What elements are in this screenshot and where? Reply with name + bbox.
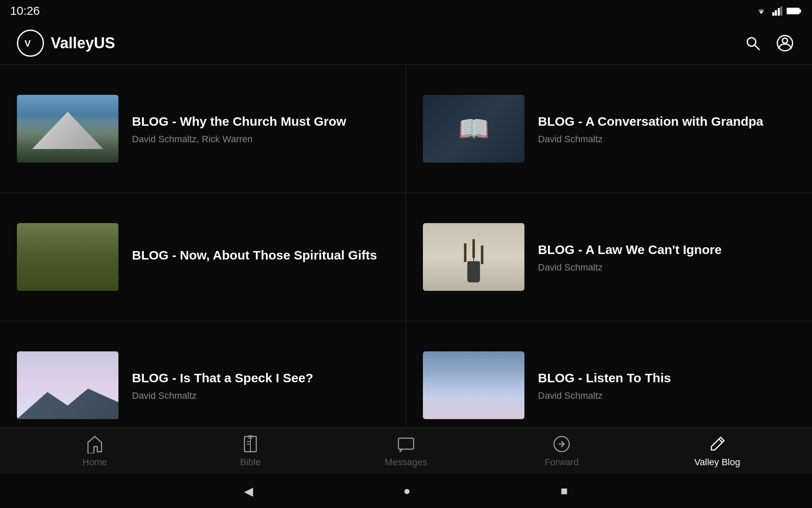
svg-line-8 (755, 45, 760, 50)
blog-info-1: BLOG - Why the Church Must Grow David Sc… (132, 113, 389, 145)
blog-thumbnail-4 (423, 223, 524, 291)
svg-rect-0 (772, 12, 774, 16)
header-actions (743, 33, 795, 53)
blog-info-2: BLOG - A Conversation with Grandpa David… (538, 113, 795, 145)
svg-rect-14 (398, 438, 414, 449)
account-button[interactable] (775, 33, 795, 53)
logo-icon: V (23, 36, 38, 51)
status-icons (754, 6, 802, 16)
blog-info-4: BLOG - A Law We Can't Ignore David Schma… (538, 241, 795, 273)
edit-icon (708, 435, 727, 453)
field-image (17, 223, 118, 291)
blog-info-3: BLOG - Now, About Those Spiritual Gifts (132, 247, 389, 268)
status-time: 10:26 (10, 4, 40, 18)
battery-icon (787, 7, 802, 15)
messages-icon (397, 435, 415, 453)
nav-forward[interactable]: Forward (536, 435, 587, 468)
wifi-icon (754, 6, 768, 16)
svg-line-16 (719, 439, 722, 442)
logo-area: V ValleyUS (17, 30, 115, 57)
app-title: ValleyUS (51, 34, 115, 52)
blog-card-3[interactable]: BLOG - Now, About Those Spiritual Gifts (0, 193, 406, 321)
forward-icon (552, 435, 571, 453)
blog-thumbnail-1 (17, 95, 118, 163)
blog-thumbnail-3 (17, 223, 118, 291)
svg-text:V: V (25, 38, 31, 49)
blog-title-3: BLOG - Now, About Those Spiritual Gifts (132, 247, 389, 263)
blog-thumbnail-5 (17, 351, 118, 419)
nav-messages-label: Messages (385, 457, 427, 468)
signal-icon (772, 6, 782, 16)
bible-image (423, 95, 524, 163)
bible-nav-icon (241, 435, 260, 453)
search-button[interactable] (743, 33, 763, 53)
account-icon (776, 35, 793, 52)
svg-rect-4 (787, 8, 799, 14)
content-grid: BLOG - Why the Church Must Grow David Sc… (0, 64, 812, 450)
blog-title-5: BLOG - Is That a Speck I See? (132, 370, 389, 386)
blog-title-1: BLOG - Why the Church Must Grow (132, 113, 389, 130)
nav-forward-label: Forward (545, 457, 579, 468)
blog-title-2: BLOG - A Conversation with Grandpa (538, 113, 795, 130)
nav-bible[interactable]: Bible (225, 435, 276, 468)
status-bar: 10:26 (0, 0, 812, 22)
home-button[interactable]: ● (403, 484, 411, 498)
vase-image (423, 223, 524, 291)
nav-home-label: Home (82, 457, 107, 468)
clouds-image (423, 351, 524, 419)
svg-point-10 (782, 38, 787, 43)
blog-card-2[interactable]: BLOG - A Conversation with Grandpa David… (406, 65, 812, 193)
nav-valley-blog-label: Valley Blog (694, 457, 740, 468)
cloud-mountain-image (17, 351, 118, 419)
home-icon (85, 435, 104, 453)
blog-title-4: BLOG - A Law We Can't Ignore (538, 241, 795, 258)
blog-info-5: BLOG - Is That a Speck I See? David Schm… (132, 370, 389, 401)
blog-title-6: BLOG - Listen To This (538, 370, 795, 386)
svg-rect-1 (775, 10, 777, 16)
search-icon (744, 35, 761, 52)
nav-home[interactable]: Home (69, 435, 120, 468)
back-button[interactable]: ◀ (244, 484, 253, 498)
recent-button[interactable]: ■ (561, 484, 568, 498)
blog-thumbnail-2 (423, 95, 524, 163)
svg-rect-2 (778, 8, 780, 16)
app-header: V ValleyUS (0, 22, 812, 64)
blog-author-6: David Schmaltz (538, 390, 795, 401)
app-logo[interactable]: V (17, 30, 44, 57)
svg-rect-3 (780, 6, 782, 16)
blog-thumbnail-6 (423, 351, 524, 419)
blog-author-2: David Schmaltz (538, 134, 795, 145)
blog-author-4: David Schmaltz (538, 262, 795, 273)
nav-bible-label: Bible (240, 457, 261, 468)
svg-rect-5 (799, 9, 801, 13)
blog-author-1: David Schmaltz, Rick Warren (132, 134, 389, 145)
system-nav-bar: ◀ ● ■ (0, 474, 812, 508)
blog-card-1[interactable]: BLOG - Why the Church Must Grow David Sc… (0, 65, 406, 193)
mountain-image (17, 95, 118, 163)
blog-author-5: David Schmaltz (132, 390, 389, 401)
svg-point-7 (747, 38, 756, 46)
nav-messages[interactable]: Messages (381, 435, 431, 468)
blog-info-6: BLOG - Listen To This David Schmaltz (538, 370, 795, 401)
blog-card-4[interactable]: BLOG - A Law We Can't Ignore David Schma… (406, 193, 812, 321)
nav-valley-blog[interactable]: Valley Blog (692, 435, 743, 468)
bottom-navigation: Home Bible Messages Forward Valley Blog (0, 428, 812, 474)
